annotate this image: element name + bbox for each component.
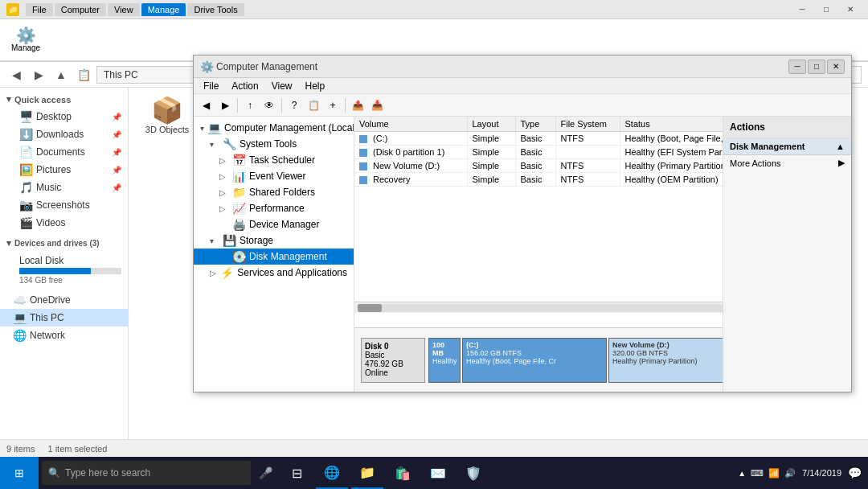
selected-info: 1 item selected bbox=[47, 444, 107, 454]
recent-button[interactable]: 📋 bbox=[74, 65, 93, 84]
sidebar-item-videos[interactable]: 🎬 Videos bbox=[0, 214, 128, 232]
taskbar-search[interactable]: 🔍 Type here to search bbox=[42, 461, 251, 485]
minimize-button[interactable]: ─ bbox=[791, 2, 813, 18]
taskbar-shield-icon[interactable]: 🛡️ bbox=[457, 457, 489, 489]
col-layout[interactable]: Layout bbox=[467, 117, 515, 132]
sidebar-item-network[interactable]: 🌐 Network bbox=[0, 327, 128, 344]
taskbar-task-view[interactable]: ⊟ bbox=[280, 457, 313, 489]
cm-tool-back[interactable]: ◀ bbox=[197, 97, 215, 114]
table-row[interactable]: (Disk 0 partition 1) Simple Basic Health… bbox=[354, 146, 723, 159]
forward-button[interactable]: ▶ bbox=[29, 65, 48, 84]
dm-table-scroll[interactable]: Volume Layout Type File System Status (C… bbox=[354, 117, 723, 302]
sidebar-item-desktop[interactable]: 🖥️ Desktop 📌 bbox=[0, 108, 128, 125]
tab-manage[interactable]: Manage bbox=[141, 3, 186, 16]
tab-drive-tools[interactable]: Drive Tools bbox=[187, 3, 244, 16]
cm-menu-action[interactable]: Action bbox=[225, 79, 264, 93]
cm-maximize-button[interactable]: □ bbox=[808, 60, 825, 74]
cm-tree-disk-management[interactable]: 💽 Disk Management bbox=[194, 249, 354, 265]
downloads-icon: ⬇️ bbox=[19, 128, 33, 141]
table-row[interactable]: (C:) Simple Basic NTFS Healthy (Boot, Pa… bbox=[354, 132, 723, 146]
notification-icon[interactable]: 💬 bbox=[848, 466, 862, 479]
disk-status: Online bbox=[365, 368, 388, 377]
cm-tree-event-viewer[interactable]: ▷ 📊 Event Viewer bbox=[194, 168, 354, 184]
expand-icon6: ▷ bbox=[219, 204, 229, 213]
sidebar-item-downloads[interactable]: ⬇️ Downloads 📌 bbox=[0, 125, 128, 143]
tab-view[interactable]: View bbox=[108, 3, 140, 16]
horizontal-scrollbar[interactable] bbox=[354, 302, 723, 313]
back-button[interactable]: ◀ bbox=[6, 65, 26, 84]
expand-icon: ▾ bbox=[200, 124, 204, 133]
disk-partition[interactable]: (C:) 156.02 GB NTFS Healthy (Boot, Page … bbox=[462, 338, 607, 383]
cm-tree: ▾ 💻 Computer Management (Local) ▾ 🔧 Syst… bbox=[194, 117, 354, 392]
computer-management-window: ⚙️ Computer Management ─ □ ✕ File Action… bbox=[193, 55, 852, 392]
local-disk-item[interactable]: Local Disk 134 GB free bbox=[0, 252, 128, 288]
up-button[interactable]: ▲ bbox=[51, 65, 71, 84]
cm-tree-task-scheduler[interactable]: ▷ 📅 Task Scheduler bbox=[194, 152, 354, 168]
sidebar-item-thispc[interactable]: 💻 This PC bbox=[0, 309, 128, 327]
cm-tree-root[interactable]: ▾ 💻 Computer Management (Local) bbox=[194, 120, 354, 136]
cm-tool-show-hide[interactable]: 👁 bbox=[260, 97, 278, 114]
status-bar: 9 items 1 item selected bbox=[0, 439, 868, 457]
cm-tree-system-tools[interactable]: ▾ 🔧 System Tools bbox=[194, 136, 354, 152]
table-row[interactable]: Recovery Simple Basic NTFS Healthy (OEM … bbox=[354, 173, 723, 187]
cm-tree-shared-folders[interactable]: ▷ 📁 Shared Folders bbox=[194, 184, 354, 200]
quick-access-section[interactable]: ▾ Quick access bbox=[0, 91, 128, 108]
cm-tree-services[interactable]: ▷ ⚡ Services and Applications bbox=[194, 265, 354, 281]
devices-section[interactable]: ▾ Devices and drives (3) bbox=[0, 235, 128, 252]
col-fs[interactable]: File System bbox=[555, 117, 620, 132]
sidebar-item-onedrive[interactable]: ☁️ OneDrive bbox=[0, 291, 128, 309]
chevron-down-icon2: ▾ bbox=[6, 238, 11, 249]
cm-tool-import[interactable]: 📥 bbox=[368, 97, 386, 114]
sidebar-item-documents[interactable]: 📄 Documents 📌 bbox=[0, 143, 128, 161]
taskbar-edge-icon[interactable]: 🌐 bbox=[316, 457, 348, 489]
taskbar-store-icon[interactable]: 🛍️ bbox=[387, 457, 419, 489]
col-volume[interactable]: Volume bbox=[354, 117, 467, 132]
cm-tool-prop[interactable]: 📋 bbox=[305, 97, 322, 114]
tab-computer[interactable]: Computer bbox=[55, 3, 106, 16]
taskbar-search-placeholder: Type here to search bbox=[65, 467, 150, 479]
cm-tool-new[interactable]: + bbox=[324, 97, 342, 114]
maximize-button[interactable]: □ bbox=[815, 2, 837, 18]
ribbon-btn-manage[interactable]: ⚙️ Manage bbox=[6, 26, 45, 54]
microphone-icon[interactable]: 🎤 bbox=[259, 466, 272, 479]
cm-close-button[interactable]: ✕ bbox=[827, 60, 845, 74]
tray-keyboard-icon: ⌨ bbox=[751, 468, 764, 479]
cm-tool-forward[interactable]: ▶ bbox=[216, 97, 234, 114]
taskbar-clock[interactable]: 7/14/2019 bbox=[802, 468, 841, 478]
dm-table-area: Volume Layout Type File System Status (C… bbox=[354, 117, 723, 327]
thispc-icon: 💻 bbox=[13, 311, 27, 324]
taskbar-explorer-icon[interactable]: 📁 bbox=[351, 457, 383, 489]
disk-partition[interactable]: New Volume (D:) 320.00 GB NTFS Healthy (… bbox=[608, 338, 723, 383]
pin-icon: 📌 bbox=[112, 113, 121, 121]
tray-up-icon[interactable]: ▲ bbox=[738, 469, 746, 478]
cm-actions-panel: Actions Disk Management ▲ More Actions ▶ bbox=[723, 117, 851, 392]
col-type[interactable]: Type bbox=[515, 117, 555, 132]
cm-tool-help[interactable]: ? bbox=[285, 97, 303, 114]
tab-file[interactable]: File bbox=[26, 3, 53, 16]
cm-menu-file[interactable]: File bbox=[197, 79, 225, 93]
tray-wifi-icon[interactable]: 📶 bbox=[768, 468, 780, 479]
cm-menu-view[interactable]: View bbox=[265, 79, 299, 93]
cm-tree-device-manager[interactable]: 🖨️ Device Manager bbox=[194, 216, 354, 232]
cm-tree-storage[interactable]: ▾ 💾 Storage bbox=[194, 232, 354, 249]
cm-minimize-button[interactable]: ─ bbox=[788, 60, 806, 74]
cm-actions-disk-section[interactable]: Disk Management ▲ bbox=[723, 138, 851, 155]
cm-tool-up[interactable]: ↑ bbox=[241, 97, 259, 114]
tray-volume-icon[interactable]: 🔊 bbox=[784, 468, 796, 479]
table-row[interactable]: New Volume (D:) Simple Basic NTFS Health… bbox=[354, 159, 723, 173]
sidebar-item-pictures[interactable]: 🖼️ Pictures 📌 bbox=[0, 161, 128, 179]
close-button[interactable]: ✕ bbox=[839, 2, 862, 18]
taskbar-mail-icon[interactable]: ✉️ bbox=[422, 457, 454, 489]
sidebar-item-screenshots[interactable]: 📷 Screenshots bbox=[0, 196, 128, 214]
list-item[interactable]: 📦 3D Objects bbox=[135, 94, 199, 138]
col-status[interactable]: Status bbox=[620, 117, 723, 132]
start-button[interactable]: ⊞ bbox=[0, 457, 39, 489]
cm-tool-export[interactable]: 📤 bbox=[349, 97, 366, 114]
cm-menu-help[interactable]: Help bbox=[299, 79, 332, 93]
cm-tree-performance[interactable]: ▷ 📈 Performance bbox=[194, 200, 354, 216]
disk-partition[interactable]: 100 MB Healthy bbox=[428, 338, 461, 383]
cm-actions-more[interactable]: More Actions ▶ bbox=[723, 155, 851, 171]
cm-tree-root-label: Computer Management (Local) bbox=[224, 122, 354, 134]
taskbar-tray: ▲ ⌨ 📶 🔊 bbox=[738, 468, 796, 479]
sidebar-item-music[interactable]: 🎵 Music 📌 bbox=[0, 179, 128, 196]
